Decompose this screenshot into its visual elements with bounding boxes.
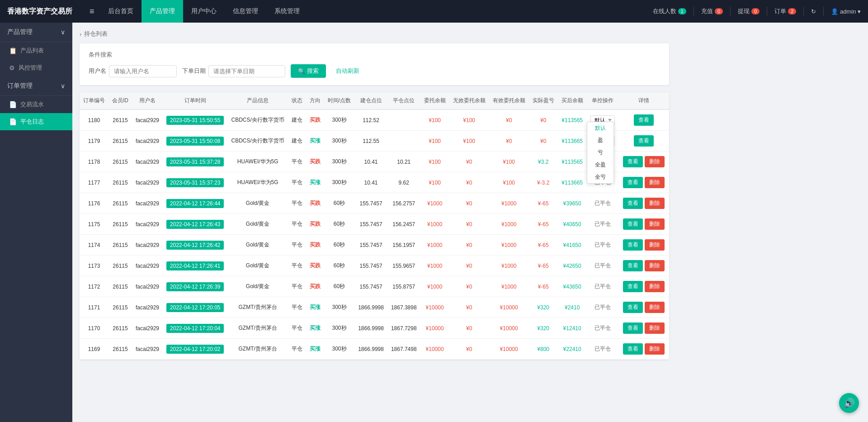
- view-button[interactable]: 查看: [634, 135, 654, 147]
- view-button[interactable]: 查看: [623, 302, 643, 313]
- dp-loss[interactable]: 亏: [587, 147, 613, 159]
- view-button[interactable]: 查看: [623, 198, 643, 209]
- username-input[interactable]: [109, 65, 177, 77]
- td-detail: 查看删除: [618, 214, 669, 235]
- view-button[interactable]: 查看: [623, 218, 643, 230]
- inline-dropdown-popup[interactable]: 默认 盈 亏 全盈 全亏: [587, 122, 614, 184]
- td-product: GZMT/贵州茅台: [227, 318, 288, 339]
- td-balance-after: ¥40650: [558, 214, 587, 235]
- table-row: 1179 26115 facai2929 2023-05-31 15:50:08…: [80, 131, 669, 152]
- td-product: Gold/黄金: [227, 256, 288, 276]
- view-button[interactable]: 查看: [634, 114, 654, 126]
- td-open-price: 112.55: [354, 131, 387, 152]
- td-order-id: 1180: [80, 109, 108, 131]
- dp-profit[interactable]: 盈: [587, 134, 613, 147]
- td-open-price: 155.7457: [354, 193, 387, 214]
- nav-home[interactable]: 后台首页: [100, 0, 142, 23]
- delete-button[interactable]: 删除: [645, 218, 665, 230]
- td-balance-after: ¥12410: [558, 318, 587, 339]
- td-status: 平仓: [288, 276, 306, 297]
- td-status: 平仓: [288, 318, 306, 339]
- delete-button[interactable]: 删除: [645, 156, 665, 167]
- td-member-id: 26115: [108, 109, 132, 131]
- th-product: 产品信息: [227, 92, 288, 109]
- td-detail: 查看: [618, 131, 669, 152]
- order-time-tag: 2023-05-31 15:50:55: [166, 116, 224, 125]
- td-username: facai2929: [132, 193, 163, 214]
- view-button[interactable]: 查看: [623, 177, 643, 188]
- sidebar-group-product[interactable]: 产品管理 ∨: [0, 23, 72, 42]
- td-close-price: 156.1957: [387, 235, 420, 256]
- sidebar-group-order[interactable]: 订单管理 ∨: [0, 76, 72, 96]
- view-button[interactable]: 查看: [623, 156, 643, 167]
- nav-product[interactable]: 产品管理: [142, 0, 183, 23]
- td-order-time: 2022-04-12 17:20:04: [163, 318, 227, 339]
- sidebar-item-transaction[interactable]: 📄 交易流水: [0, 96, 72, 113]
- th-detail: 详情: [618, 92, 669, 109]
- td-status: 平仓: [288, 152, 306, 172]
- withdraw-count[interactable]: 提现 0: [738, 7, 760, 15]
- view-button[interactable]: 查看: [623, 343, 643, 355]
- nav-system[interactable]: 系统管理: [266, 0, 308, 23]
- td-balance-after: ¥113565: [558, 109, 587, 131]
- td-invalid-commission: ¥100: [449, 131, 489, 152]
- order-count[interactable]: 订单 2: [774, 7, 796, 15]
- float-button[interactable]: 🔊: [839, 393, 859, 413]
- sidebar-item-close-log[interactable]: 📄 平仓日志: [0, 113, 72, 130]
- td-open-price: 155.7457: [354, 214, 387, 235]
- nav-user[interactable]: 用户中心: [183, 0, 225, 23]
- td-valid-commission: ¥10000: [489, 339, 529, 360]
- delete-button[interactable]: 删除: [645, 322, 665, 334]
- risk-mgmt-icon: ⚙: [9, 64, 15, 71]
- delete-button[interactable]: 删除: [645, 260, 665, 271]
- delete-button[interactable]: 删除: [645, 198, 665, 209]
- td-order-time: 2023-05-31 15:37:28: [163, 152, 227, 172]
- nav-items: ≡ 后台首页 产品管理 用户中心 信息管理 系统管理: [84, 0, 653, 23]
- view-button[interactable]: 查看: [623, 322, 643, 334]
- orders-table: 订单编号 会员ID 用户名 订单时间 产品信息 状态 方向 时间/点数 建仓点位…: [80, 92, 669, 360]
- delete-button[interactable]: 删除: [645, 177, 665, 188]
- breadcrumb: › 持仓列表: [80, 30, 669, 38]
- td-single-ctrl: 已平仓: [587, 256, 618, 276]
- td-single-ctrl: 已平仓: [587, 235, 618, 256]
- admin-label[interactable]: 👤 admin ▾: [831, 8, 861, 15]
- refresh-icon[interactable]: ↻: [811, 8, 816, 15]
- delete-button[interactable]: 删除: [645, 343, 665, 355]
- td-invalid-commission: ¥0: [449, 297, 489, 318]
- view-button[interactable]: 查看: [623, 260, 643, 271]
- td-order-id: 1177: [80, 172, 108, 193]
- search-box: 条件搜索 用户名 下单日期 🔍 搜索 自动刷新: [80, 43, 669, 85]
- td-status: 平仓: [288, 235, 306, 256]
- delete-button[interactable]: 删除: [645, 281, 665, 292]
- order-time-tag: 2022-04-12 17:26:43: [166, 220, 224, 229]
- td-time-points: 300秒: [324, 131, 354, 152]
- dp-default[interactable]: 默认: [587, 122, 613, 134]
- dp-all-profit[interactable]: 全盈: [587, 159, 613, 171]
- td-actual-pnl: ¥-65: [529, 214, 558, 235]
- td-time-points: 300秒: [324, 109, 354, 131]
- td-detail: 查看删除: [618, 193, 669, 214]
- td-close-price: 156.2457: [387, 214, 420, 235]
- recharge-count[interactable]: 充值 0: [701, 7, 723, 15]
- search-button[interactable]: 🔍 搜索: [291, 64, 326, 78]
- sidebar-item-risk-mgmt[interactable]: ⚙ 风控管理: [0, 59, 72, 76]
- delete-button[interactable]: 删除: [645, 239, 665, 251]
- td-detail: 查看删除: [618, 152, 669, 172]
- td-open-price: 1866.9998: [354, 339, 387, 360]
- td-balance-after: ¥42650: [558, 256, 587, 276]
- td-commission: ¥1000: [420, 276, 449, 297]
- delete-button[interactable]: 删除: [645, 302, 665, 313]
- date-input[interactable]: [208, 65, 285, 77]
- view-button[interactable]: 查看: [623, 239, 643, 251]
- nav-info[interactable]: 信息管理: [225, 0, 266, 23]
- td-order-time: 2022-04-12 17:26:41: [163, 256, 227, 276]
- menu-toggle[interactable]: ≡: [84, 0, 100, 23]
- td-member-id: 26115: [108, 235, 132, 256]
- sidebar-item-product-list[interactable]: 📋 产品列表: [0, 42, 72, 59]
- view-button[interactable]: 查看: [623, 281, 643, 292]
- td-product: Gold/黄金: [227, 214, 288, 235]
- td-product: CBDCS/央行数字货币: [227, 109, 288, 131]
- td-username: facai2929: [132, 318, 163, 339]
- auto-refresh-button[interactable]: 自动刷新: [331, 64, 364, 78]
- dp-all-loss[interactable]: 全亏: [587, 171, 613, 183]
